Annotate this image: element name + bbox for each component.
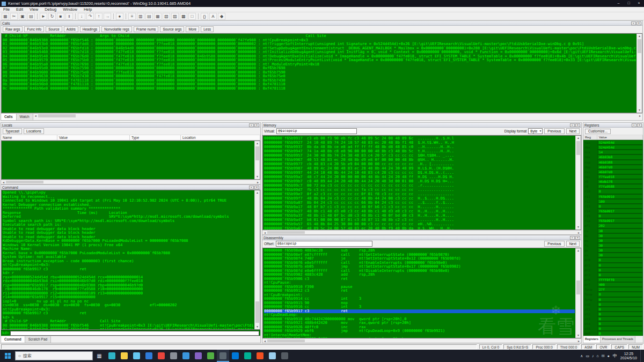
register-value[interactable]: 0: [597, 312, 643, 316]
memory-row[interactable]: 00000000`f65b99c7 00 72 ea c3 cc cc cc c…: [264, 183, 575, 188]
raw-args-button[interactable]: Raw args: [3, 26, 23, 32]
register-value[interactable]: 30: [597, 233, 643, 238]
close-button[interactable]: ×: [634, 0, 644, 7]
font-icon[interactable]: A: [209, 13, 217, 20]
disassembly-previous-button[interactable]: Previous: [544, 241, 564, 247]
taskbar-store-icon[interactable]: [130, 350, 143, 362]
register-value[interactable]: 46b9388: [597, 160, 643, 165]
register-row[interactable]: r14 f65b9917: [583, 209, 643, 213]
register-value[interactable]: 30: [597, 238, 643, 243]
more-button[interactable]: More: [186, 26, 199, 32]
insert-breakpoint-icon[interactable]: ●: [116, 13, 123, 20]
memory-row[interactable]: 00000000`f65b99a7 48 c7 44 24 20 00 00 0…: [264, 175, 575, 179]
register-value[interactable]: ffff0ff0: [597, 277, 643, 282]
register-value[interactable]: 0: [597, 204, 643, 209]
taskbar-clock[interactable]: 12:25 2024/5/10: [620, 352, 637, 360]
disassembly-row[interactable]: 00000000`f65b9906 c3 ret: [264, 277, 575, 282]
register-row[interactable]: rsi 46b97d0: [583, 169, 643, 174]
menu-file[interactable]: File: [0, 7, 13, 12]
func-info-button[interactable]: Func info: [24, 26, 44, 32]
register-row[interactable]: es 30: [583, 238, 643, 243]
tray-network-icon[interactable]: ▭: [586, 354, 589, 358]
scroll-down-icon[interactable]: ▼: [576, 225, 581, 230]
restart-icon[interactable]: ↻: [48, 13, 56, 20]
tray-chevron-icon[interactable]: ∧: [580, 354, 583, 358]
menu-help[interactable]: Help: [80, 7, 95, 12]
memory-row[interactable]: 00000000`f65b9997 44 24 10 48 8b 44 24 1…: [264, 171, 575, 175]
taskbar-windbg-icon[interactable]: [217, 350, 229, 362]
tab-watch[interactable]: Watch: [17, 114, 33, 120]
menu-debug[interactable]: Debug: [41, 7, 60, 12]
register-row[interactable]: r11 f65b9910: [583, 194, 643, 199]
memory-row[interactable]: 00000000`f65b9a07 8b 04 24 c3 cc cc cc c…: [264, 201, 575, 205]
memory-row[interactable]: 00000000`f65b9957 24 30 48 8b 74 24 38 4…: [264, 153, 575, 158]
taskbar-mail-icon[interactable]: [143, 350, 155, 362]
register-value[interactable]: 0: [597, 263, 643, 268]
register-value[interactable]: 0: [597, 331, 643, 336]
headings-button[interactable]: Headings: [80, 26, 100, 32]
scroll-up-icon[interactable]: ▲: [637, 34, 642, 39]
taskbar-ida-icon[interactable]: [254, 350, 266, 362]
scroll-right-icon[interactable]: ►: [255, 180, 260, 184]
register-row[interactable]: st3 0: [583, 316, 643, 321]
taskbar-notes-icon[interactable]: [266, 350, 279, 362]
register-row[interactable]: st0 0: [583, 302, 643, 307]
register-value[interactable]: f65b9917: [597, 209, 643, 213]
maximize-button[interactable]: □: [624, 0, 634, 7]
source-button[interactable]: Source: [46, 26, 62, 32]
command-vertical-scrollbar[interactable]: ▲ ▼: [254, 190, 260, 329]
locals-horizontal-scrollbar[interactable]: ◄ ►: [1, 180, 260, 184]
locals-view[interactable]: ▲ ▼: [1, 141, 260, 180]
tray-usb-icon[interactable]: ⌂: [597, 354, 599, 358]
memory-previous-button[interactable]: Previous: [544, 128, 564, 134]
step-into-icon[interactable]: ↓: [78, 13, 85, 20]
memory-row[interactable]: 00000000`f65b9a37 48 8b c1 48 0f bc d0 c…: [264, 213, 575, 218]
memory-dock-icon[interactable]: ▪: [570, 123, 575, 127]
taskbar-vs-icon[interactable]: [192, 350, 204, 362]
register-value[interactable]: 46b97d0: [597, 169, 643, 174]
memory-row[interactable]: 00000000`f65b99d7 fb c3 cc cc cc cc cc c…: [264, 188, 575, 192]
register-row[interactable]: st2 0: [583, 312, 643, 316]
copy-icon[interactable]: ▣: [19, 13, 26, 20]
register-row[interactable]: r8 46db178: [583, 179, 643, 184]
register-value[interactable]: 0: [597, 292, 643, 297]
paste-icon[interactable]: ▤: [27, 13, 35, 20]
memory-close-icon[interactable]: ×: [575, 123, 580, 127]
memory-row[interactable]: 00000000`f65b9a57 65 48 8b 04 25 30 00 0…: [264, 222, 575, 226]
show-desktop-button[interactable]: [640, 350, 642, 362]
register-value[interactable]: 46b93b8: [597, 154, 643, 159]
register-row[interactable]: r12 109: [583, 199, 643, 204]
task-view-icon[interactable]: ▦: [93, 350, 106, 362]
register-row[interactable]: dr7 400: [583, 282, 643, 287]
disassembly-row[interactable]: 00000000`f65b992c 48895c2408 mov qword p…: [264, 337, 575, 338]
tab-registers[interactable]: Registers: [583, 336, 601, 343]
register-row[interactable]: dr3 0: [583, 272, 643, 277]
register-row[interactable]: r13 0: [583, 204, 643, 209]
command-window-icon[interactable]: ≡: [128, 13, 136, 20]
register-value[interactable]: f65b9917: [597, 218, 643, 223]
locals-col-location[interactable]: Location: [181, 135, 260, 140]
register-row[interactable]: rcx 14: [583, 150, 643, 154]
register-row[interactable]: r10 0: [583, 189, 643, 194]
scroll-up-icon[interactable]: ▲: [255, 190, 260, 195]
memory-address-input[interactable]: @$scopeip: [276, 128, 357, 134]
stop-debugging-icon[interactable]: ■: [57, 13, 64, 20]
menu-view[interactable]: View: [26, 7, 41, 12]
register-value[interactable]: 524d454d: [597, 145, 643, 150]
register-row[interactable]: efl 202: [583, 223, 643, 228]
callstack-window-icon[interactable]: ▨: [171, 13, 179, 20]
scroll-down-icon[interactable]: ▼: [255, 174, 260, 179]
scroll-right-icon[interactable]: ►: [576, 231, 581, 234]
registers-window-icon[interactable]: ▦: [154, 13, 162, 20]
command-input[interactable]: [10, 331, 259, 336]
locations-button[interactable]: Locations: [24, 128, 44, 134]
registers-col-value[interactable]: Value: [597, 135, 643, 139]
register-row[interactable]: r15 0: [583, 213, 643, 218]
memory-row[interactable]: 00000000`f65b9987 48 89 4c 24 08 48 83 e…: [264, 166, 575, 171]
addrs-button[interactable]: Addrs: [64, 26, 78, 32]
register-row[interactable]: cs 38: [583, 228, 643, 233]
register-row[interactable]: ds 30: [583, 233, 643, 238]
tray-update-icon[interactable]: ●: [608, 354, 610, 358]
registers-close-icon[interactable]: ×: [637, 123, 642, 127]
locals-dock-icon[interactable]: ▪: [249, 123, 254, 127]
